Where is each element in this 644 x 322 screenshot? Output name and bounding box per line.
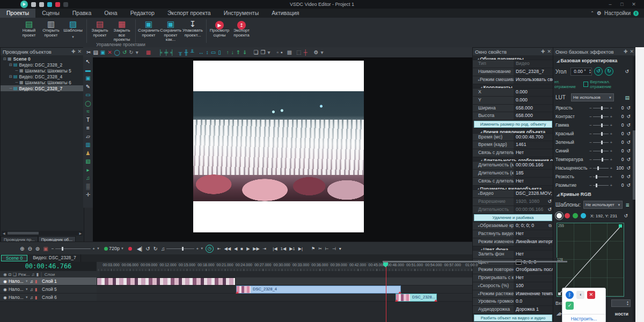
trim-end-icon[interactable]: ⊣	[332, 246, 336, 251]
center-v-icon[interactable]: ↕	[206, 49, 209, 55]
align-left-icon[interactable]: ╞	[158, 49, 162, 55]
flip-horizontal-checkbox-label[interactable]: нт. отражение	[554, 79, 582, 89]
move-icon[interactable]: ✛	[86, 191, 90, 199]
blend-caret-icon[interactable]: ▼	[25, 296, 28, 299]
slider-minus[interactable]: −	[589, 140, 592, 145]
slider-track[interactable]	[593, 177, 609, 177]
layer-row-Слой 5[interactable]: ◉Нало...▼♫▮Слой 5	[0, 286, 100, 294]
pin-icon[interactable]: ✚	[624, 49, 628, 54]
property-value[interactable]: Нет	[514, 178, 553, 185]
menu-item-3[interactable]: Окна	[98, 9, 123, 18]
slider-plus[interactable]: +	[609, 166, 613, 171]
audio-icon[interactable]: ♫	[31, 272, 34, 277]
property-action-button[interactable]: Разбить объект на видео и аудио	[474, 314, 552, 321]
move-up-icon[interactable]: ↑	[226, 49, 229, 55]
chart-icon[interactable]: ▥	[85, 141, 90, 149]
property-value[interactable]: Нет	[514, 251, 553, 258]
layer-row-Слой 6[interactable]: ◉Нало...▼♫▮Слой 6	[0, 294, 100, 302]
property-value[interactable]: DSC_2328_7	[514, 68, 553, 76]
property-value[interactable]: DSC_2328.MOV; ID=▤	[514, 190, 553, 197]
freeshape-icon[interactable]: ≈	[86, 107, 90, 116]
channel-green-dot[interactable]	[573, 213, 578, 218]
curves-reset-icon[interactable]: ↺	[624, 213, 628, 218]
zoom-reset-icon[interactable]: ⊚	[35, 246, 40, 252]
paste-icon[interactable]: ▤	[93, 49, 98, 55]
channel-red-dot[interactable]	[565, 213, 570, 218]
tree-item-0[interactable]: ⊟▦Scene 0	[1, 56, 84, 62]
scroll-right-icon[interactable]: ▶	[78, 231, 83, 235]
gear-icon[interactable]: ⚙	[597, 10, 602, 16]
grid-icon[interactable]: ▦	[146, 49, 151, 55]
align-bottom-icon[interactable]: ╨	[191, 49, 194, 55]
property-value[interactable]: 0.000	[514, 97, 553, 104]
slider-reset-icon[interactable]: ↺	[626, 182, 631, 188]
ellipse-icon[interactable]: ◯	[85, 99, 91, 108]
clip-DSC_2328_4[interactable]: DSC_2328_4	[236, 286, 401, 294]
close-icon[interactable]: ✕	[630, 49, 634, 54]
volume-icon[interactable]: ♫	[161, 246, 165, 252]
go-start-button[interactable]: ⇤	[217, 246, 221, 251]
center-h-icon[interactable]: ↔	[199, 49, 204, 55]
slider-thumb[interactable]	[601, 149, 603, 153]
clip-start-handle[interactable]	[395, 299, 398, 302]
input-spinner[interactable]: ▲▼	[611, 299, 631, 307]
tree-expander-icon[interactable]: ─	[14, 80, 19, 84]
clip-end-handle[interactable]	[434, 299, 437, 302]
tree-expander-icon[interactable]: ⊟	[9, 75, 13, 79]
pencil-icon[interactable]: ✎	[86, 83, 90, 91]
tray-app3-icon[interactable]: ✕	[587, 291, 595, 299]
slider-minus[interactable]: −	[589, 131, 592, 136]
stop-button[interactable]: ■	[240, 246, 243, 251]
menu-item-4[interactable]: Редактор	[124, 9, 161, 18]
property-action-button[interactable]: Удаление и разбивка	[474, 214, 552, 221]
lock-icon[interactable]: ◘	[9, 272, 11, 277]
send-back-icon[interactable]: ⇓	[243, 49, 247, 55]
slider-reset-icon[interactable]: ↺	[626, 157, 631, 162]
angle-spinner[interactable]: 0.00 ° ▲▼	[570, 68, 592, 76]
rotate-cw-button[interactable]: ↻	[605, 67, 613, 76]
close-project-button[interactable]: ▤Закрытьпроект	[89, 19, 111, 38]
property-value[interactable]: 00:00:06.166↺	[514, 206, 553, 214]
subtitles-icon[interactable]: ≡	[86, 124, 90, 133]
redo-icon[interactable]: ↻	[129, 49, 133, 55]
pin-icon[interactable]: ✚	[71, 49, 76, 54]
audio-icon[interactable]: ♫	[86, 174, 90, 182]
property-section-10[interactable]: ◢Время появления объекта	[473, 129, 553, 133]
property-value[interactable]: Нет	[514, 230, 553, 238]
timeline-zoom-slider[interactable]	[55, 248, 91, 249]
caret2-icon[interactable]: ▾	[267, 49, 270, 55]
move-down-icon[interactable]: ↓	[231, 49, 234, 55]
templates-list-icon[interactable]: ≣	[625, 202, 630, 208]
cursor-icon[interactable]: ↖	[86, 57, 90, 66]
mask-icon[interactable]: ▩	[287, 49, 292, 55]
rotate-ccw-button[interactable]: ↺	[594, 67, 603, 76]
chess-icon[interactable]: ♟	[86, 149, 91, 158]
curve-editor[interactable]: 255 128	[557, 223, 624, 297]
slider-reset-icon[interactable]: ↺	[626, 105, 631, 111]
maximize-button[interactable]: □	[616, 1, 628, 8]
slider-minus[interactable]: −	[589, 123, 592, 128]
slider-reset-icon[interactable]: ↺	[626, 174, 631, 179]
new-project-button[interactable]: ▤Новыйпроект	[18, 19, 40, 38]
object-icon[interactable]: ▒	[86, 182, 90, 191]
property-value[interactable]: 185	[514, 170, 553, 177]
property-value[interactable]: 0.000	[514, 89, 553, 96]
info-icon[interactable]: i	[633, 11, 639, 16]
slider-track[interactable]	[593, 116, 609, 117]
property-value[interactable]: Отображать последн	[514, 266, 553, 274]
flip-vertical-checkbox[interactable]	[583, 82, 589, 87]
slider-thumb[interactable]	[602, 158, 603, 162]
close-icon[interactable]: ✕	[547, 49, 551, 54]
slider-minus[interactable]: −	[589, 157, 592, 162]
align-middle-icon[interactable]: ╫	[185, 49, 188, 55]
slider-minus[interactable]: −	[589, 166, 592, 171]
mute-icon[interactable]: ▮	[35, 279, 37, 284]
slider-plus[interactable]: +	[609, 131, 613, 136]
channel-blue-dot[interactable]	[581, 213, 586, 218]
frame-back-button[interactable]: |◀	[273, 246, 277, 251]
ungroup-icon[interactable]: ❐	[260, 49, 265, 55]
eye-icon[interactable]: ◉	[3, 287, 7, 292]
property-value[interactable]: 1461	[514, 141, 553, 149]
cut-icon[interactable]: ✂	[86, 49, 91, 55]
undo-icon[interactable]: ↺	[122, 49, 127, 55]
